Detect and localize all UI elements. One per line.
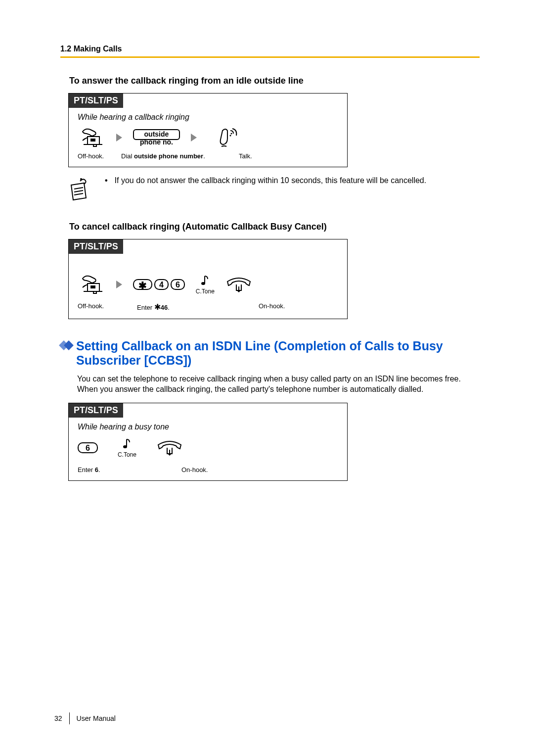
label-onhook: On-hook. <box>259 302 285 312</box>
ctone-icon: C.Tone <box>196 274 215 295</box>
dial-number-box: outside phone no. <box>133 129 180 146</box>
diamond-icon <box>60 342 72 349</box>
label-offhook: Off-hook. <box>78 302 137 312</box>
footer-divider <box>69 712 70 724</box>
arrow-icon <box>191 134 197 142</box>
bullet-dot: • <box>105 176 108 185</box>
label-offhook: Off-hook. <box>78 152 121 160</box>
section-header: 1.2 Making Calls <box>60 45 480 53</box>
offhook-icon <box>81 127 105 148</box>
onhook-icon <box>225 276 252 293</box>
heading-ccbs: Setting Callback on an ISDN Line (Comple… <box>60 339 480 368</box>
procedure-title: PT/SLT/PS <box>69 403 123 418</box>
svg-point-3 <box>80 178 82 180</box>
procedure-condition: While hearing a busy tone <box>78 423 338 431</box>
label-onhook: On-hook. <box>181 466 208 473</box>
svg-rect-0 <box>90 139 95 142</box>
label-dial: Dial outside phone number. <box>121 152 205 160</box>
label-enter: Enter 6. <box>78 466 100 473</box>
procedure-box-cancel: PT/SLT/PS ✱ 4 6 <box>68 239 348 319</box>
page-footer: 32 User Manual <box>54 712 116 724</box>
procedure-title: PT/SLT/PS <box>69 94 123 108</box>
key-6: 6 <box>78 442 98 453</box>
onhook-icon <box>156 439 183 457</box>
label-talk: Talk. <box>239 152 252 160</box>
key-6: 6 <box>171 279 185 290</box>
key-sequence: ✱ 4 6 <box>133 279 185 290</box>
procedure-condition: While hearing a callback ringing <box>78 113 338 122</box>
note-icon <box>68 176 92 202</box>
procedure-box-ccbs: PT/SLT/PS While hearing a busy tone 6 C.… <box>68 403 348 481</box>
svg-point-1 <box>229 135 231 137</box>
key-asterisk: ✱ <box>133 279 152 290</box>
procedure-title: PT/SLT/PS <box>69 239 123 254</box>
heading-answer-callback: To answer the callback ringing from an i… <box>69 76 480 86</box>
key-4: 4 <box>154 279 169 290</box>
arrow-icon <box>116 134 122 142</box>
note-text: If you do not answer the callback ringin… <box>115 176 427 185</box>
talk-icon <box>217 127 239 148</box>
arrow-icon <box>116 281 122 288</box>
ctone-icon: C.Tone <box>118 437 136 458</box>
offhook-icon <box>81 274 105 295</box>
svg-point-5 <box>201 282 205 285</box>
label-enter: Enter ✱46. <box>137 304 170 311</box>
ccbs-intro-paragraph: You can set the telephone to receive cal… <box>77 374 480 395</box>
heading-cancel-callback: To cancel callback ringing (Automatic Ca… <box>69 222 480 232</box>
svg-rect-4 <box>90 285 95 288</box>
footer-label: User Manual <box>77 714 116 722</box>
svg-point-6 <box>123 445 127 448</box>
procedure-box-answer: PT/SLT/PS While hearing a callback ringi… <box>68 93 348 167</box>
svg-point-2 <box>230 133 232 135</box>
page-number: 32 <box>54 714 69 722</box>
orange-rule <box>60 56 480 58</box>
